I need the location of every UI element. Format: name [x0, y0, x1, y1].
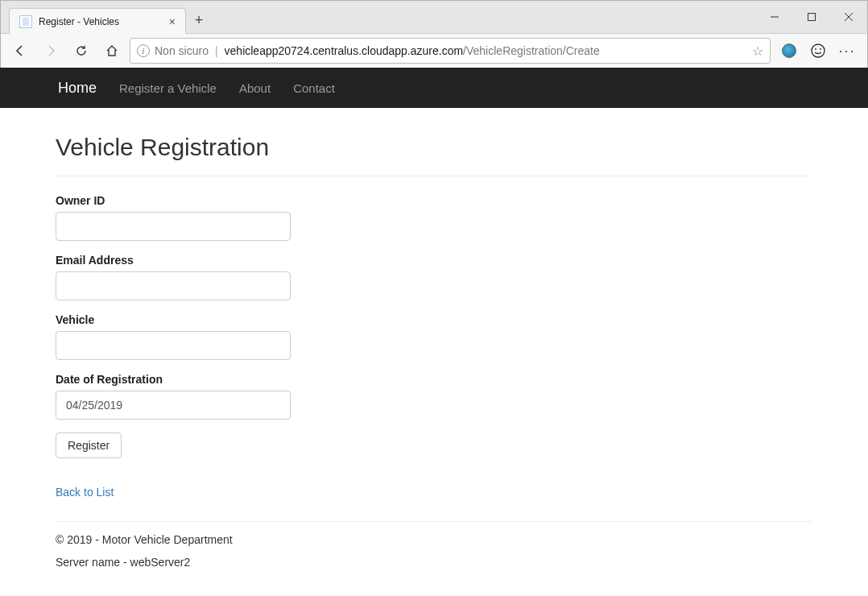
form-group-date: Date of Registration	[56, 373, 812, 420]
nav-register[interactable]: Register a Vehicle	[119, 81, 217, 95]
svg-point-6	[820, 48, 821, 50]
date-label: Date of Registration	[56, 373, 812, 386]
vehicle-input[interactable]	[56, 331, 291, 360]
url-text: vehicleapp20724.centralus.cloudapp.azure…	[225, 44, 746, 57]
register-button[interactable]: Register	[56, 433, 122, 458]
more-menu-icon[interactable]: ···	[833, 38, 861, 64]
addressbar-row: i Non sicuro | vehicleapp20724.centralus…	[1, 33, 867, 68]
info-icon: i	[137, 44, 150, 57]
back-to-list-link[interactable]: Back to List	[56, 486, 812, 499]
close-tab-icon[interactable]: ×	[169, 15, 176, 28]
titlebar: Register - Vehicles × +	[1, 1, 867, 33]
browser-tab[interactable]: Register - Vehicles ×	[9, 8, 186, 34]
maximize-button[interactable]	[793, 4, 830, 30]
nav-contact[interactable]: Contact	[293, 81, 335, 95]
back-button[interactable]	[7, 38, 33, 64]
new-tab-button[interactable]: +	[186, 7, 212, 33]
url-path: /VehicleRegistration/Create	[463, 44, 600, 57]
refresh-button[interactable]	[68, 38, 94, 64]
separator-icon: |	[215, 44, 218, 57]
home-button[interactable]	[99, 38, 125, 64]
form-group-email: Email Address	[56, 254, 812, 300]
tab-title: Register - Vehicles	[39, 16, 119, 27]
tab-strip: Register - Vehicles × +	[1, 1, 756, 33]
site-nav: Home Register a Vehicle About Contact	[0, 68, 868, 108]
feedback-icon[interactable]	[804, 38, 832, 64]
owner-id-input[interactable]	[56, 212, 291, 241]
vehicle-label: Vehicle	[56, 313, 812, 326]
svg-point-5	[815, 48, 816, 50]
nav-home[interactable]: Home	[58, 80, 97, 97]
email-label: Email Address	[56, 254, 812, 267]
form-group-vehicle: Vehicle	[56, 313, 812, 360]
svg-rect-1	[808, 14, 816, 21]
favorite-icon[interactable]: ☆	[752, 43, 763, 59]
page-viewport: Home Register a Vehicle About Contact Ve…	[0, 68, 868, 596]
close-window-button[interactable]	[830, 4, 867, 30]
window-controls	[756, 1, 867, 33]
nav-about[interactable]: About	[239, 81, 271, 95]
browser-chrome: Register - Vehicles × +	[0, 0, 868, 68]
form-actions: Register	[56, 433, 812, 458]
footer-copyright: © 2019 - Motor Vehicle Department	[56, 533, 812, 546]
url-host: vehicleapp20724.centralus.cloudapp.azure…	[225, 44, 464, 57]
favicon-icon	[19, 15, 32, 28]
footer: © 2019 - Motor Vehicle Department Server…	[56, 521, 812, 569]
footer-server: Server name - webServer2	[56, 556, 812, 569]
extension-icon[interactable]	[775, 38, 803, 64]
owner-id-label: Owner ID	[56, 194, 812, 207]
svg-point-4	[812, 44, 825, 57]
divider	[56, 176, 812, 176]
form-group-owner-id: Owner ID	[56, 194, 812, 241]
toolbar-right: ···	[775, 38, 861, 64]
page-title: Vehicle Registration	[56, 134, 812, 161]
forward-button[interactable]	[38, 38, 64, 64]
minimize-button[interactable]	[756, 4, 793, 30]
security-indicator[interactable]: i Non sicuro	[137, 44, 209, 57]
email-input[interactable]	[56, 271, 291, 300]
main-container: Vehicle Registration Owner ID Email Addr…	[56, 108, 812, 596]
security-label: Non sicuro	[155, 44, 209, 57]
address-bar[interactable]: i Non sicuro | vehicleapp20724.centralus…	[130, 38, 771, 64]
date-input[interactable]	[56, 391, 291, 420]
